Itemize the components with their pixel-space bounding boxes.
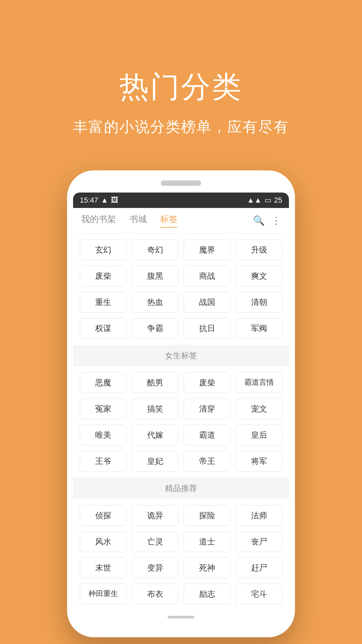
- tag-item[interactable]: 清朝: [236, 292, 282, 313]
- tag-item[interactable]: 魔界: [184, 239, 230, 260]
- tag-item[interactable]: 霸道: [184, 425, 230, 445]
- tag-item[interactable]: 道士: [184, 531, 230, 552]
- tag-item[interactable]: 诡异: [132, 505, 178, 526]
- bottom-indicator: [73, 610, 289, 624]
- tag-item[interactable]: 霸道言情: [236, 372, 282, 393]
- tag-item[interactable]: 宅斗: [236, 584, 282, 604]
- tag-item[interactable]: 重生: [80, 292, 126, 313]
- tag-item[interactable]: 丧尸: [236, 531, 282, 552]
- home-indicator: [168, 616, 194, 619]
- tag-item[interactable]: 废柴: [80, 266, 126, 286]
- battery-level: 25: [274, 196, 282, 205]
- nav-icons: 🔍 ⋮: [253, 215, 281, 226]
- tag-item[interactable]: 布衣: [132, 584, 178, 604]
- tag-item[interactable]: 恶魔: [80, 372, 126, 393]
- phone-container: 15:47 ▲ 🖼 ▲▲ ▭ 25 我的书架 书城 标签 🔍: [67, 170, 295, 637]
- tag-item[interactable]: 战国: [184, 292, 230, 313]
- tag-item[interactable]: 皇妃: [132, 451, 178, 472]
- tab-bookshelf[interactable]: 我的书架: [81, 213, 116, 228]
- female-section-header: 女生标签: [73, 345, 289, 366]
- nav-bar: 我的书架 书城 标签 🔍 ⋮: [73, 208, 289, 233]
- tag-item[interactable]: 侦探: [80, 505, 126, 526]
- male-tags-grid: 玄幻 奇幻 魔界 升级 废柴 腹黑 商战 爽文 重生 热血 战国 清朝 权谋 争…: [73, 233, 289, 345]
- wifi-icon: ▲: [101, 196, 108, 205]
- tag-item[interactable]: 商战: [184, 266, 230, 286]
- tag-item[interactable]: 王爷: [80, 451, 126, 472]
- tag-item[interactable]: 升级: [236, 239, 282, 260]
- tag-item[interactable]: 废柴: [184, 372, 230, 393]
- tab-bookstore[interactable]: 书城: [129, 213, 147, 228]
- tag-item[interactable]: 军阀: [236, 318, 282, 339]
- tag-item[interactable]: 酷男: [132, 372, 178, 393]
- tag-item[interactable]: 亡灵: [132, 531, 178, 552]
- tag-item[interactable]: 将军: [236, 451, 282, 472]
- tag-item[interactable]: 宠文: [236, 398, 282, 419]
- tag-item[interactable]: 死神: [184, 557, 230, 578]
- tag-item[interactable]: 种田重生: [80, 584, 126, 604]
- tag-item[interactable]: 搞笑: [132, 398, 178, 419]
- tab-tags[interactable]: 标签: [160, 213, 178, 228]
- tag-item[interactable]: 风水: [80, 531, 126, 552]
- tag-item[interactable]: 腹黑: [132, 266, 178, 286]
- tag-item[interactable]: 唯美: [80, 425, 126, 445]
- phone-screen: 15:47 ▲ 🖼 ▲▲ ▭ 25 我的书架 书城 标签 🔍: [73, 193, 289, 624]
- female-tags-grid: 恶魔 酷男 废柴 霸道言情 冤家 搞笑 清穿 宠文 唯美 代嫁 霸道 皇后 王爷…: [73, 366, 289, 478]
- phone-notch: [161, 180, 201, 186]
- tag-item[interactable]: 帝王: [184, 451, 230, 472]
- tag-content: 玄幻 奇幻 魔界 升级 废柴 腹黑 商战 爽文 重生 热血 战国 清朝 权谋 争…: [73, 233, 289, 624]
- tag-item[interactable]: 清穿: [184, 398, 230, 419]
- hero-title: 热门分类: [119, 67, 243, 107]
- tag-item[interactable]: 励志: [184, 584, 230, 604]
- search-icon[interactable]: 🔍: [253, 215, 265, 226]
- tag-item[interactable]: 赶尸: [236, 557, 282, 578]
- menu-icon[interactable]: ⋮: [272, 215, 281, 226]
- status-right: ▲▲ ▭ 25: [247, 196, 282, 205]
- phone-frame: 15:47 ▲ 🖼 ▲▲ ▭ 25 我的书架 书城 标签 🔍: [67, 170, 295, 637]
- status-left: 15:47 ▲ 🖼: [80, 196, 118, 205]
- tag-item[interactable]: 末世: [80, 557, 126, 578]
- hero-subtitle: 丰富的小说分类榜单，应有尽有: [73, 117, 289, 137]
- battery-icon: ▭: [264, 196, 272, 205]
- tag-item[interactable]: 奇幻: [132, 239, 178, 260]
- hero-section: 热门分类 丰富的小说分类榜单，应有尽有: [73, 0, 289, 157]
- tag-item[interactable]: 代嫁: [132, 425, 178, 445]
- signal-icon: ▲▲: [247, 196, 262, 205]
- image-icon: 🖼: [111, 196, 118, 205]
- tag-item[interactable]: 玄幻: [80, 239, 126, 260]
- premium-tags-grid: 侦探 诡异 探险 法师 风水 亡灵 道士 丧尸 末世 变异 死神 赶尸 种田重生…: [73, 499, 289, 610]
- tag-item[interactable]: 变异: [132, 557, 178, 578]
- tag-item[interactable]: 法师: [236, 505, 282, 526]
- tag-item[interactable]: 争霸: [132, 318, 178, 339]
- tag-item[interactable]: 皇后: [236, 425, 282, 445]
- tag-item[interactable]: 冤家: [80, 398, 126, 419]
- tag-item[interactable]: 抗日: [184, 318, 230, 339]
- nav-tabs: 我的书架 书城 标签: [81, 213, 178, 228]
- tag-item[interactable]: 探险: [184, 505, 230, 526]
- tag-item[interactable]: 权谋: [80, 318, 126, 339]
- tag-item[interactable]: 爽文: [236, 266, 282, 286]
- premium-section-header: 精品推荐: [73, 478, 289, 499]
- status-time: 15:47: [80, 196, 98, 205]
- tag-item[interactable]: 热血: [132, 292, 178, 313]
- status-bar: 15:47 ▲ 🖼 ▲▲ ▭ 25: [73, 193, 289, 208]
